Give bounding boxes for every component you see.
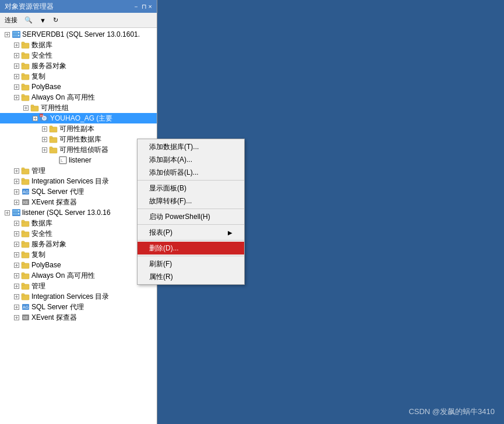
- tree-node-db1[interactable]: 数据库: [0, 40, 157, 50]
- folder-icon: [21, 250, 30, 259]
- ctx-item-add_listener[interactable]: 添加侦听器(L)...: [138, 166, 244, 179]
- ctx-item-reports[interactable]: 报表(P)▶: [138, 226, 244, 239]
- tree-node-poly2[interactable]: PolyBase: [0, 260, 157, 270]
- expand-icon-srvobj1[interactable]: [12, 61, 21, 70]
- ctx-item-add_db[interactable]: 添加数据库(T)...: [138, 140, 244, 153]
- tree-node-xe2[interactable]: XEXEvent 探查器: [0, 312, 157, 323]
- folder-icon: [21, 61, 30, 70]
- object-explorer-panel: 对象资源管理器 － ⊓ × 连接 🔍 ▼ ↻ SERVERDB1 (SQL Se…: [0, 0, 157, 424]
- ctx-item-powershell[interactable]: 启动 PowerShell(H): [138, 210, 244, 223]
- expand-icon-ao1[interactable]: [12, 93, 21, 102]
- refresh-button[interactable]: ↻: [51, 15, 61, 25]
- svg-rect-136: [22, 294, 24, 296]
- tree-node-avail_listener[interactable]: 可用性组侦听器: [0, 144, 157, 155]
- tree-node-is1[interactable]: Integration Services 目录: [0, 176, 157, 186]
- tree-node-server2[interactable]: listener (SQL Server 13.0.16: [0, 207, 157, 218]
- tree-node-avail1[interactable]: 可用性组: [0, 103, 157, 113]
- expand-icon-mgmt2[interactable]: [12, 281, 21, 291]
- tree-node-rep1[interactable]: 复制: [0, 71, 157, 82]
- ctx-item-properties[interactable]: 属性(R): [138, 270, 244, 283]
- listener-icon: L: [58, 156, 68, 165]
- expand-icon-is1[interactable]: [12, 176, 21, 186]
- ctx-item-add_replica[interactable]: 添加副本(A)...: [138, 153, 244, 166]
- expand-icon-rep1[interactable]: [12, 72, 21, 81]
- tree-node-xe1[interactable]: XEXEvent 探查器: [0, 197, 157, 207]
- tree-node-sec2[interactable]: 安全性: [0, 228, 157, 239]
- expand-icon-avail_rep[interactable]: [40, 124, 49, 133]
- tree-node-server1[interactable]: SERVERDB1 (SQL Server 13.0.1601.: [0, 29, 157, 40]
- expand-icon-agent1[interactable]: [12, 187, 21, 196]
- svg-rect-66: [50, 147, 52, 149]
- expand-icon-rep2[interactable]: [12, 250, 21, 259]
- expand-icon-listener_node[interactable]: [49, 156, 58, 165]
- expand-icon-agent2[interactable]: [12, 302, 21, 312]
- expand-icon-ao2[interactable]: [12, 271, 21, 280]
- tree-node-poly1[interactable]: PolyBase: [0, 82, 157, 92]
- expand-icon-avail_db[interactable]: [40, 135, 49, 144]
- ctx-label-reports: 报表(P): [149, 228, 172, 238]
- expand-icon-server1[interactable]: [2, 30, 12, 39]
- tree-node-agent2[interactable]: AGSQL Server 代理: [0, 302, 157, 312]
- svg-point-7: [18, 35, 19, 36]
- folder-icon: [21, 281, 30, 291]
- tree-node-sec1[interactable]: 安全性: [0, 50, 157, 61]
- tree-node-mgmt2[interactable]: 管理: [0, 281, 157, 291]
- expand-icon-srvobj2[interactable]: [12, 239, 21, 249]
- folder-icon: [21, 229, 30, 238]
- filter-dropdown-icon[interactable]: ▼: [37, 16, 48, 25]
- tree-node-db2[interactable]: 数据库: [0, 218, 157, 228]
- ctx-separator-sep5: [138, 256, 244, 256]
- tree-node-mgmt1[interactable]: 管理: [0, 165, 157, 176]
- expand-icon-poly2[interactable]: [12, 260, 21, 270]
- ctx-item-failover[interactable]: 故障转移(F)...: [138, 195, 244, 207]
- filter-icon[interactable]: 🔍: [22, 15, 35, 25]
- tree-node-rep2[interactable]: 复制: [0, 249, 157, 260]
- ctx-label-failover: 故障转移(F)...: [149, 196, 192, 206]
- expand-icon-youhao[interactable]: [30, 114, 40, 123]
- expand-icon-avail1[interactable]: [21, 103, 30, 112]
- tree-node-srvobj2[interactable]: 服务器对象: [0, 239, 157, 249]
- node-label-ao2: Always On 高可用性: [31, 271, 95, 281]
- expand-icon-avail_listener[interactable]: [40, 145, 49, 154]
- connect-button[interactable]: 连接: [2, 15, 20, 26]
- expand-icon-sec2[interactable]: [12, 229, 21, 238]
- expand-icon-server2[interactable]: [2, 208, 12, 217]
- tree-node-avail_db[interactable]: 可用性数据库: [0, 134, 157, 144]
- panel-titlebar: 对象资源管理器 － ⊓ ×: [0, 0, 157, 13]
- ctx-item-refresh[interactable]: 刷新(F): [138, 257, 244, 270]
- tree-node-agent1[interactable]: AGSQL Server 代理: [0, 186, 157, 197]
- svg-text:HA: HA: [40, 114, 45, 118]
- ctx-label-refresh: 刷新(F): [149, 259, 172, 269]
- node-label-avail_rep: 可用性副本: [59, 124, 94, 134]
- svg-rect-17: [22, 52, 24, 55]
- node-label-xe1: XEvent 探查器: [31, 197, 77, 207]
- folder-icon: [21, 40, 30, 50]
- tree-node-ao2[interactable]: Always On 高可用性: [0, 270, 157, 281]
- svg-rect-27: [22, 73, 24, 76]
- svg-rect-32: [22, 84, 24, 86]
- tree-node-ao1[interactable]: Always On 高可用性: [0, 92, 157, 103]
- node-label-mgmt1: 管理: [31, 166, 45, 176]
- node-label-db1: 数据库: [31, 40, 52, 50]
- expand-icon-sec1[interactable]: [12, 51, 21, 60]
- expand-icon-db1[interactable]: [12, 40, 21, 50]
- expand-icon-poly1[interactable]: [12, 82, 21, 91]
- ctx-item-dashboard[interactable]: 显示面板(B): [138, 182, 244, 195]
- folder-icon: [49, 135, 58, 144]
- node-label-poly2: PolyBase: [31, 261, 61, 269]
- tree-node-listener_node[interactable]: Llistener: [0, 155, 157, 165]
- tree-node-srvobj1[interactable]: 服务器对象: [0, 61, 157, 71]
- ctx-item-delete[interactable]: 删除(D)...: [138, 242, 244, 255]
- tree-node-youhao[interactable]: HAYOUHAO_AG (主要: [0, 113, 157, 123]
- tree-node-is2[interactable]: Integration Services 目录: [0, 291, 157, 302]
- expand-icon-mgmt1[interactable]: [12, 166, 21, 175]
- folder-icon: [21, 72, 30, 81]
- tree-node-avail_rep[interactable]: 可用性副本: [0, 123, 157, 134]
- expand-icon-xe2[interactable]: [12, 313, 21, 322]
- node-label-ao1: Always On 高可用性: [31, 93, 95, 103]
- expand-icon-db2[interactable]: [12, 218, 21, 228]
- pin-button[interactable]: － ⊓ ×: [133, 2, 152, 11]
- expand-icon-is2[interactable]: [12, 292, 21, 301]
- expand-icon-xe1[interactable]: [12, 197, 21, 207]
- object-explorer-tree: SERVERDB1 (SQL Server 13.0.1601.数据库安全性服务…: [0, 28, 157, 424]
